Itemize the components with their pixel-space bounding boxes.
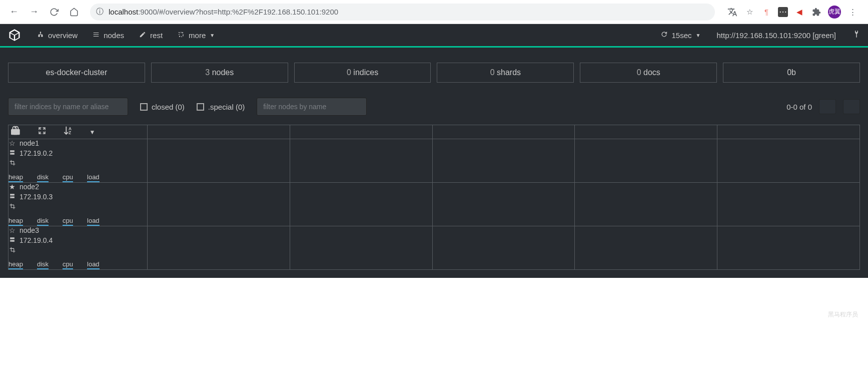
grid-empty-cell	[148, 139, 290, 183]
crop-icon[interactable]	[9, 246, 16, 254]
grid-header-controls-cell: AZ ▼	[9, 125, 148, 139]
grid-empty-cell	[717, 125, 860, 139]
stat-indices-count: 0	[347, 68, 351, 77]
star-icon[interactable]: ☆	[9, 226, 16, 234]
stat-size[interactable]: 0b	[723, 63, 860, 83]
refresh-interval-label: 15sec	[672, 31, 692, 40]
disconnect-button[interactable]	[852, 30, 861, 41]
extension-icons: ☆ ¶ ⋯ ◀ 虎翼 ⋮	[723, 6, 862, 19]
pager-next-button[interactable]	[843, 99, 860, 114]
node-name: node1	[20, 139, 39, 147]
bookmark-icon[interactable]: ☆	[744, 7, 755, 18]
special-checkbox[interactable]: .special (0)	[197, 103, 245, 111]
grid-empty-cell	[290, 139, 432, 183]
reload-button[interactable]	[46, 4, 62, 20]
nav-overview-label: overview	[48, 31, 78, 40]
metric-heap: heap	[9, 217, 23, 226]
wand-icon	[178, 31, 185, 40]
ext-flag-icon[interactable]: ◀	[794, 7, 805, 18]
user-avatar[interactable]: 虎翼	[828, 6, 841, 19]
app-logo[interactable]	[7, 28, 22, 43]
filter-nodes-input[interactable]	[257, 98, 367, 116]
host-status: http://192.168.150.101:9200 [green]	[716, 31, 836, 40]
site-info-icon[interactable]: ⓘ	[96, 7, 104, 17]
stat-cluster-name[interactable]: es-docker-cluster	[8, 63, 145, 83]
nav-rest[interactable]: rest	[139, 31, 163, 40]
metrics-row: heapdiskcpuload	[9, 173, 147, 182]
filter-indices-input[interactable]	[8, 98, 128, 116]
nav-overview[interactable]: overview	[37, 31, 78, 40]
node-row: ☆node1172.19.0.2heapdiskcpuload	[9, 139, 860, 183]
browser-menu-icon[interactable]: ⋮	[847, 7, 858, 18]
node-row: ☆node3172.19.0.4heapdiskcpuload	[9, 226, 860, 270]
star-icon[interactable]: ★	[9, 183, 16, 191]
stat-docs-count: 0	[637, 68, 641, 77]
grid-empty-cell	[148, 183, 290, 226]
forward-button[interactable]: →	[26, 4, 42, 20]
special-label: .special (0)	[208, 103, 245, 111]
node-name: node3	[20, 226, 39, 234]
metric-cpu: cpu	[63, 217, 73, 226]
grid-empty-cell	[717, 183, 860, 226]
disk-icon	[9, 193, 16, 201]
back-button[interactable]: ←	[6, 4, 22, 20]
grid-empty-cell	[575, 183, 717, 226]
dropdown-icon[interactable]: ▼	[90, 129, 96, 136]
extensions-icon[interactable]	[811, 7, 822, 18]
node-cell: ☆node1172.19.0.2heapdiskcpuload	[9, 139, 148, 183]
grid-empty-cell	[575, 226, 717, 270]
node-ip: 172.19.0.3	[20, 193, 53, 201]
pager-prev-button[interactable]	[819, 99, 836, 114]
metric-load: load	[87, 173, 100, 182]
checkbox-icon	[197, 103, 204, 111]
refresh-icon	[660, 31, 668, 40]
grid-header-row: AZ ▼	[9, 125, 860, 139]
grid-empty-cell	[717, 139, 860, 183]
grid-empty-cell	[148, 125, 290, 139]
metric-disk: disk	[37, 217, 49, 226]
expand-icon[interactable]	[38, 126, 47, 138]
grid-empty-cell	[575, 125, 717, 139]
stat-nodes-label: nodes	[212, 68, 234, 77]
pager-text: 0-0 of 0	[786, 103, 812, 111]
crop-icon[interactable]	[9, 159, 16, 167]
browser-chrome: ← → ⓘ localhost:9000/#/overview?host=htt…	[0, 0, 868, 24]
unlock-icon[interactable]	[9, 126, 22, 138]
star-icon[interactable]: ☆	[9, 139, 16, 147]
grid-empty-cell	[432, 125, 575, 139]
nav-nodes-label: nodes	[104, 31, 124, 40]
home-button[interactable]	[66, 4, 82, 20]
closed-checkbox[interactable]: closed (0)	[140, 103, 185, 111]
metric-heap: heap	[9, 173, 23, 182]
ext-chat-icon[interactable]: ⋯	[778, 7, 788, 17]
stat-shards[interactable]: 0 shards	[437, 63, 574, 83]
refresh-interval[interactable]: 15sec ▼	[660, 31, 701, 40]
grid-empty-cell	[290, 125, 432, 139]
grid-empty-cell	[290, 183, 432, 226]
pager: 0-0 of 0	[786, 99, 860, 114]
metric-load: load	[87, 217, 100, 226]
stat-shards-count: 0	[490, 68, 495, 77]
caret-down-icon: ▼	[210, 33, 215, 38]
filter-row: closed (0) .special (0) 0-0 of 0	[8, 98, 860, 116]
node-ip: 172.19.0.2	[20, 149, 53, 157]
caret-down-icon: ▼	[696, 33, 701, 38]
grid-empty-cell	[148, 226, 290, 270]
metrics-row: heapdiskcpuload	[9, 217, 147, 226]
stat-indices[interactable]: 0 indices	[294, 63, 431, 83]
stat-nodes[interactable]: 3 nodes	[151, 63, 288, 83]
stat-docs[interactable]: 0 docs	[580, 63, 717, 83]
ext-pilcrow-icon[interactable]: ¶	[761, 7, 772, 18]
nav-nodes[interactable]: nodes	[93, 31, 124, 40]
node-name: node2	[20, 183, 39, 191]
url-bar[interactable]: ⓘ localhost:9000/#/overview?host=http:%2…	[90, 4, 715, 21]
grid-empty-cell	[432, 139, 575, 183]
node-cell: ★node2172.19.0.3heapdiskcpuload	[9, 183, 148, 226]
crop-icon[interactable]	[9, 203, 16, 211]
sort-az-icon[interactable]: AZ	[63, 125, 74, 139]
list-icon	[93, 31, 100, 40]
nav-more[interactable]: more ▼	[178, 31, 215, 40]
translate-icon[interactable]	[727, 7, 738, 18]
url-host: localhost	[109, 8, 138, 16]
svg-text:Z: Z	[68, 131, 71, 135]
